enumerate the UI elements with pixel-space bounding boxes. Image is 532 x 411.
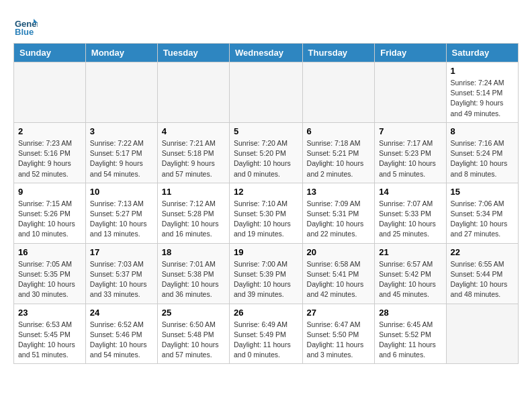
day-info: Sunrise: 6:55 AM Sunset: 5:44 PM Dayligh… [451,259,514,300]
calendar-cell: 9Sunrise: 7:15 AM Sunset: 5:26 PM Daylig… [14,183,86,243]
day-info: Sunrise: 6:45 AM Sunset: 5:52 PM Dayligh… [379,320,441,361]
calendar-body: 1Sunrise: 7:24 AM Sunset: 5:14 PM Daylig… [14,62,519,364]
day-number: 1 [451,66,514,76]
calendar-cell: 1Sunrise: 7:24 AM Sunset: 5:14 PM Daylig… [446,62,518,123]
day-info: Sunrise: 7:16 AM Sunset: 5:24 PM Dayligh… [451,138,514,179]
day-info: Sunrise: 6:57 AM Sunset: 5:42 PM Dayligh… [379,259,441,300]
day-number: 15 [451,187,514,197]
day-info: Sunrise: 6:52 AM Sunset: 5:46 PM Dayligh… [90,320,153,361]
day-info: Sunrise: 6:49 AM Sunset: 5:49 PM Dayligh… [234,320,298,361]
day-info: Sunrise: 6:47 AM Sunset: 5:50 PM Dayligh… [307,320,371,361]
calendar-cell: 19Sunrise: 7:00 AM Sunset: 5:39 PM Dayli… [230,243,303,304]
calendar-cell: 28Sunrise: 6:45 AM Sunset: 5:52 PM Dayli… [375,304,446,364]
calendar-week-row: 23Sunrise: 6:53 AM Sunset: 5:45 PM Dayli… [14,304,519,364]
day-info: Sunrise: 7:05 AM Sunset: 5:35 PM Dayligh… [18,259,81,300]
day-number: 2 [18,126,81,136]
calendar-week-row: 2Sunrise: 7:23 AM Sunset: 5:16 PM Daylig… [14,122,519,183]
calendar-cell: 15Sunrise: 7:06 AM Sunset: 5:34 PM Dayli… [446,183,518,243]
calendar-cell: 10Sunrise: 7:13 AM Sunset: 5:27 PM Dayli… [85,183,157,243]
day-number: 27 [307,308,371,318]
day-number: 18 [162,247,225,257]
calendar-cell: 23Sunrise: 6:53 AM Sunset: 5:45 PM Dayli… [14,304,86,364]
day-info: Sunrise: 7:20 AM Sunset: 5:20 PM Dayligh… [234,138,298,179]
day-info: Sunrise: 7:07 AM Sunset: 5:33 PM Dayligh… [379,199,441,240]
calendar-cell: 21Sunrise: 6:57 AM Sunset: 5:42 PM Dayli… [375,243,446,304]
day-number: 24 [90,308,153,318]
calendar-cell: 27Sunrise: 6:47 AM Sunset: 5:50 PM Dayli… [302,304,375,364]
calendar-cell: 7Sunrise: 7:17 AM Sunset: 5:23 PM Daylig… [375,122,446,183]
svg-text:Blue: Blue [15,27,34,37]
day-number: 21 [379,247,441,257]
day-info: Sunrise: 7:09 AM Sunset: 5:31 PM Dayligh… [307,199,371,240]
weekday-header: Saturday [446,44,518,62]
calendar-cell: 12Sunrise: 7:10 AM Sunset: 5:30 PM Dayli… [230,183,303,243]
day-number: 13 [307,187,371,197]
calendar-header-row: SundayMondayTuesdayWednesdayThursdayFrid… [14,44,519,62]
day-number: 9 [18,187,81,197]
calendar-cell [230,62,303,123]
calendar-cell: 14Sunrise: 7:07 AM Sunset: 5:33 PM Dayli… [375,183,446,243]
calendar-cell [157,62,229,123]
day-number: 17 [90,247,153,257]
day-number: 3 [90,126,153,136]
calendar-cell: 13Sunrise: 7:09 AM Sunset: 5:31 PM Dayli… [302,183,375,243]
weekday-header: Sunday [14,44,86,62]
calendar-cell: 2Sunrise: 7:23 AM Sunset: 5:16 PM Daylig… [14,122,86,183]
calendar-cell [302,62,375,123]
day-number: 28 [379,308,441,318]
day-info: Sunrise: 6:53 AM Sunset: 5:45 PM Dayligh… [18,320,81,361]
day-info: Sunrise: 7:00 AM Sunset: 5:39 PM Dayligh… [234,259,298,300]
calendar-cell [14,62,86,123]
calendar-cell: 6Sunrise: 7:18 AM Sunset: 5:21 PM Daylig… [302,122,375,183]
day-number: 16 [18,247,81,257]
day-info: Sunrise: 7:23 AM Sunset: 5:16 PM Dayligh… [18,138,81,179]
day-info: Sunrise: 7:13 AM Sunset: 5:27 PM Dayligh… [90,199,153,240]
day-info: Sunrise: 7:06 AM Sunset: 5:34 PM Dayligh… [451,199,514,240]
calendar-cell: 5Sunrise: 7:20 AM Sunset: 5:20 PM Daylig… [230,122,303,183]
day-number: 7 [379,126,441,136]
calendar-table: SundayMondayTuesdayWednesdayThursdayFrid… [13,43,519,364]
day-number: 26 [234,308,298,318]
calendar-week-row: 9Sunrise: 7:15 AM Sunset: 5:26 PM Daylig… [14,183,519,243]
header: General Blue [13,13,519,38]
day-info: Sunrise: 7:03 AM Sunset: 5:37 PM Dayligh… [90,259,153,300]
day-number: 23 [18,308,81,318]
calendar-cell [375,62,446,123]
logo-icon: General Blue [13,13,38,38]
day-number: 8 [451,126,514,136]
logo: General Blue [13,13,39,38]
day-info: Sunrise: 7:15 AM Sunset: 5:26 PM Dayligh… [18,199,81,240]
calendar-cell: 17Sunrise: 7:03 AM Sunset: 5:37 PM Dayli… [85,243,157,304]
day-number: 11 [162,187,225,197]
day-info: Sunrise: 7:10 AM Sunset: 5:30 PM Dayligh… [234,199,298,240]
day-number: 10 [90,187,153,197]
weekday-header: Friday [375,44,446,62]
weekday-header: Monday [85,44,157,62]
calendar-cell [85,62,157,123]
calendar-cell: 24Sunrise: 6:52 AM Sunset: 5:46 PM Dayli… [85,304,157,364]
weekday-header: Thursday [302,44,375,62]
calendar-cell: 25Sunrise: 6:50 AM Sunset: 5:48 PM Dayli… [157,304,229,364]
day-number: 20 [307,247,371,257]
day-number: 22 [451,247,514,257]
day-info: Sunrise: 7:24 AM Sunset: 5:14 PM Dayligh… [451,78,514,119]
day-info: Sunrise: 7:21 AM Sunset: 5:18 PM Dayligh… [162,138,225,179]
calendar-cell: 18Sunrise: 7:01 AM Sunset: 5:38 PM Dayli… [157,243,229,304]
calendar-week-row: 16Sunrise: 7:05 AM Sunset: 5:35 PM Dayli… [14,243,519,304]
day-info: Sunrise: 7:12 AM Sunset: 5:28 PM Dayligh… [162,199,225,240]
calendar-cell: 20Sunrise: 6:58 AM Sunset: 5:41 PM Dayli… [302,243,375,304]
calendar-cell: 8Sunrise: 7:16 AM Sunset: 5:24 PM Daylig… [446,122,518,183]
calendar-cell: 4Sunrise: 7:21 AM Sunset: 5:18 PM Daylig… [157,122,229,183]
calendar-cell [446,304,518,364]
day-number: 4 [162,126,225,136]
calendar-cell: 11Sunrise: 7:12 AM Sunset: 5:28 PM Dayli… [157,183,229,243]
day-info: Sunrise: 6:58 AM Sunset: 5:41 PM Dayligh… [307,259,371,300]
day-number: 6 [307,126,371,136]
day-info: Sunrise: 7:01 AM Sunset: 5:38 PM Dayligh… [162,259,225,300]
calendar-week-row: 1Sunrise: 7:24 AM Sunset: 5:14 PM Daylig… [14,62,519,123]
calendar-cell: 16Sunrise: 7:05 AM Sunset: 5:35 PM Dayli… [14,243,86,304]
day-info: Sunrise: 7:18 AM Sunset: 5:21 PM Dayligh… [307,138,371,179]
day-number: 25 [162,308,225,318]
day-number: 19 [234,247,298,257]
day-info: Sunrise: 7:22 AM Sunset: 5:17 PM Dayligh… [90,138,153,179]
